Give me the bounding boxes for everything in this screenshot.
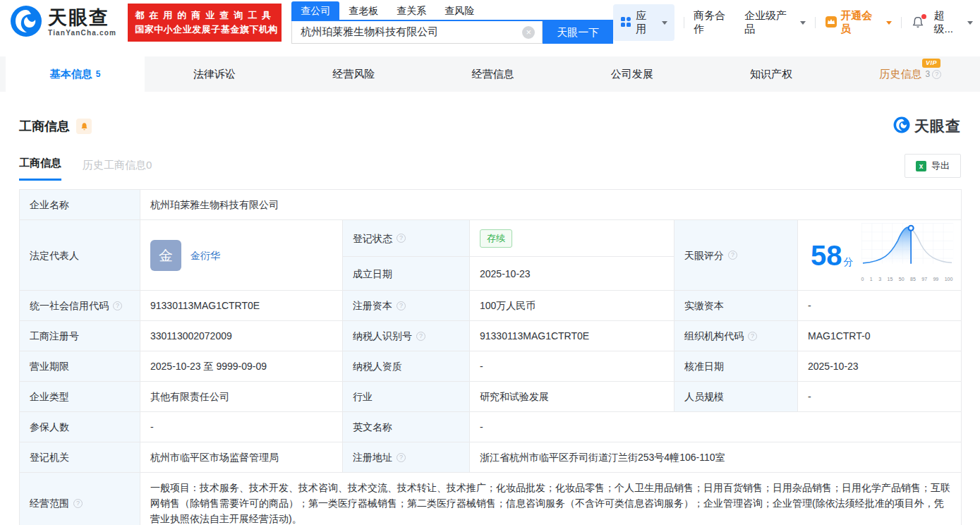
subtab-business-info[interactable]: 工商信息 bbox=[19, 157, 61, 181]
search-row: × 天眼一下 bbox=[291, 20, 613, 44]
search-tab-company[interactable]: 查公司 bbox=[291, 1, 339, 20]
industry-value: 研究和试验发展 bbox=[470, 382, 674, 412]
field-label: 组织机构代码 bbox=[674, 321, 798, 351]
table-row: 企业名称 杭州珀莱雅生物科技有限公司 bbox=[20, 190, 962, 220]
search-tab-boss[interactable]: 查老板 bbox=[339, 1, 387, 20]
notification-bell[interactable] bbox=[911, 16, 925, 30]
excel-icon: x bbox=[916, 161, 926, 171]
logo-swirl-icon bbox=[10, 5, 42, 40]
field-label: 行业 bbox=[343, 382, 470, 412]
divider bbox=[901, 17, 902, 28]
search-button[interactable]: 天眼一下 bbox=[543, 21, 613, 44]
top-header: 天眼查 TianYanCha.com 都在用的商业查询工具 国家中小企业发展子基… bbox=[0, 0, 980, 45]
open-vip-label: 开通会员 bbox=[840, 9, 881, 36]
tab-business-info[interactable]: 经营信息 bbox=[423, 56, 562, 92]
brand-name: 天眼查 bbox=[48, 8, 116, 28]
tab-label: 基本信息 bbox=[50, 68, 92, 81]
business-scope-value: 一般项目：技术服务、技术开发、技术咨询、技术交流、技术转让、技术推广；化妆品批发… bbox=[140, 473, 962, 525]
field-label-text: 注册资本 bbox=[353, 298, 392, 313]
tab-history-info[interactable]: VIP 历史信息 3 bbox=[841, 56, 980, 92]
field-label: 天眼评分 bbox=[674, 220, 798, 291]
search-area: 查公司 查老板 查关系 查风险 × 天眼一下 bbox=[291, 1, 613, 44]
cooperation-link[interactable]: 商务合作 bbox=[694, 9, 735, 36]
tab-legal-litigation[interactable]: 法律诉讼 bbox=[145, 56, 284, 92]
table-row: 参保人数 - 英文名称 - bbox=[20, 412, 962, 442]
enterprise-products-link[interactable]: 企业级产品 bbox=[744, 9, 806, 36]
legal-rep-cell: 金 金衍华 bbox=[140, 220, 343, 291]
field-label-text: 统一社会信用代码 bbox=[30, 298, 109, 313]
promo-banner: 都在用的商业查询工具 国家中小企业发展子基金旗下机构 bbox=[128, 4, 282, 42]
help-icon[interactable] bbox=[73, 499, 83, 508]
subscribe-bell-icon[interactable] bbox=[76, 119, 92, 134]
search-tab-relation[interactable]: 查关系 bbox=[387, 1, 435, 20]
search-tab-risk[interactable]: 查风险 bbox=[435, 1, 483, 20]
field-label-text: 经营范围 bbox=[30, 495, 69, 511]
table-row: 统一社会信用代码 91330113MAG1CTRT0E 注册资本 100万人民币… bbox=[20, 291, 962, 321]
score-cell: 58分 bbox=[798, 220, 962, 291]
tab-company-development[interactable]: 公司发展 bbox=[562, 56, 701, 92]
field-label-text: 登记状态 bbox=[353, 231, 392, 246]
legal-rep-link[interactable]: 金衍华 bbox=[190, 248, 220, 263]
help-icon[interactable] bbox=[397, 453, 406, 462]
tab-operating-risk[interactable]: 经营风险 bbox=[284, 56, 423, 92]
apps-menu[interactable]: 应用 bbox=[613, 4, 674, 41]
table-row: 工商注册号 330113002072009 纳税人识别号 91330113MAG… bbox=[20, 321, 962, 351]
field-label: 纳税人资质 bbox=[343, 351, 470, 382]
avatar[interactable]: 金 bbox=[150, 240, 181, 271]
promo-banner-line1: 都在用的商业查询工具 bbox=[135, 8, 274, 23]
field-label: 登记状态 bbox=[343, 220, 470, 257]
account-menu[interactable]: 超级... bbox=[934, 9, 974, 36]
field-label: 营业期限 bbox=[20, 351, 140, 382]
section-head: 工商信息 天眼查 bbox=[19, 116, 961, 136]
subtab-history-business-info[interactable]: 历史工商信息0 bbox=[83, 159, 152, 181]
score-number: 58 bbox=[811, 240, 842, 271]
field-label: 成立日期 bbox=[343, 257, 470, 291]
table-row: 经营范围 一般项目：技术服务、技术开发、技术咨询、技术交流、技术转让、技术推广；… bbox=[20, 473, 962, 525]
field-label: 核准日期 bbox=[674, 351, 798, 382]
chart-x-ticks: 0131550859799100 bbox=[861, 272, 954, 287]
apps-label: 应用 bbox=[636, 9, 656, 36]
field-label: 实缴资本 bbox=[674, 291, 798, 321]
field-label: 英文名称 bbox=[343, 412, 470, 442]
field-label: 企业名称 bbox=[20, 190, 140, 220]
help-icon[interactable] bbox=[748, 332, 757, 341]
watermark-logo: 天眼查 bbox=[893, 116, 961, 136]
field-label: 企业类型 bbox=[20, 382, 140, 412]
reg-authority-value: 杭州市临平区市场监督管理局 bbox=[140, 442, 343, 473]
tab-intellectual-property[interactable]: 知识产权 bbox=[701, 56, 840, 92]
field-label: 登记机关 bbox=[20, 442, 140, 473]
logo-swirl-icon bbox=[893, 116, 910, 136]
reg-capital-value: 100万人民币 bbox=[470, 291, 674, 321]
help-icon[interactable] bbox=[416, 332, 425, 341]
score-distribution-chart[interactable]: 0131550859799100 bbox=[861, 223, 954, 287]
help-icon[interactable] bbox=[397, 234, 406, 243]
promo-banner-line2: 国家中小企业发展子基金旗下机构 bbox=[135, 23, 274, 37]
staff-size-value: - bbox=[798, 382, 962, 412]
tab-basic-info[interactable]: 基本信息 5 bbox=[6, 56, 145, 92]
help-icon[interactable] bbox=[728, 251, 737, 260]
field-label: 参保人数 bbox=[20, 412, 140, 442]
table-row: 企业类型 其他有限责任公司 行业 研究和试验发展 人员规模 - bbox=[20, 382, 962, 412]
score-unit: 分 bbox=[844, 256, 854, 267]
chevron-down-icon bbox=[886, 21, 892, 25]
help-icon[interactable] bbox=[113, 301, 122, 310]
help-icon[interactable] bbox=[397, 301, 406, 310]
help-icon[interactable] bbox=[932, 70, 941, 79]
org-code-value: MAG1CTRT-0 bbox=[798, 321, 962, 351]
search-input[interactable] bbox=[292, 26, 522, 38]
field-label: 工商注册号 bbox=[20, 321, 140, 351]
clear-icon[interactable]: × bbox=[522, 26, 535, 39]
table-row: 登记机关 杭州市临平区市场监督管理局 注册地址 浙江省杭州市临平区乔司街道汀兰街… bbox=[20, 442, 962, 473]
export-button[interactable]: x 导出 bbox=[905, 154, 961, 178]
account-label: 超级... bbox=[934, 9, 964, 36]
chevron-down-icon bbox=[662, 21, 667, 25]
section-title: 工商信息 bbox=[19, 118, 70, 135]
search-tabs: 查公司 查老板 查关系 查风险 bbox=[291, 1, 613, 20]
business-term-value: 2025-10-23 至 9999-09-09 bbox=[140, 351, 343, 382]
english-name-value: - bbox=[470, 412, 962, 442]
establish-date-value: 2025-10-23 bbox=[470, 257, 674, 291]
open-vip-link[interactable]: 开通会员 bbox=[825, 9, 891, 36]
tianyancha-logo[interactable]: 天眼查 TianYanCha.com bbox=[10, 5, 116, 40]
notification-dot bbox=[921, 14, 926, 19]
tab-label: 经营信息 bbox=[471, 68, 514, 81]
